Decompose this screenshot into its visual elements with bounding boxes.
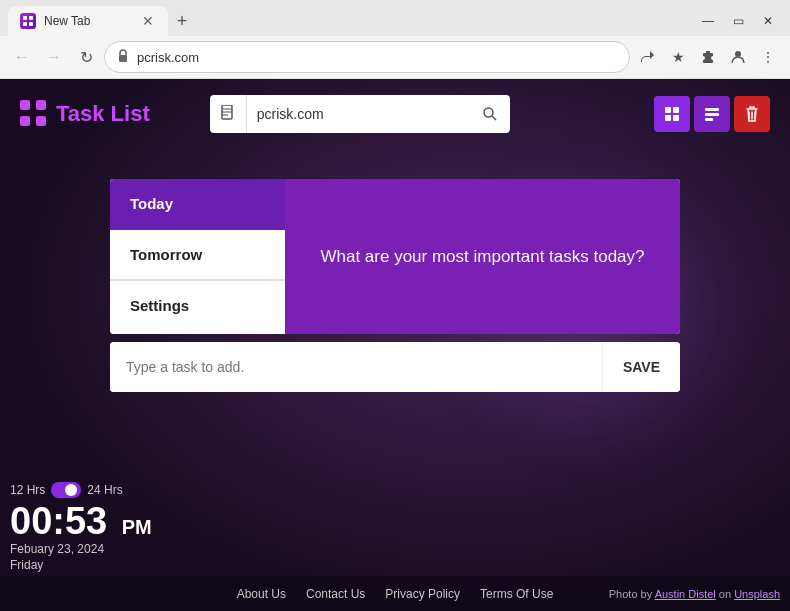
header-actions <box>654 96 770 132</box>
logo-dot-3 <box>20 116 30 126</box>
svg-rect-13 <box>705 108 719 111</box>
footer-link-contact[interactable]: Contact Us <box>306 587 365 601</box>
add-task-input[interactable] <box>110 342 602 392</box>
clock-toggle-switch[interactable] <box>51 482 81 498</box>
restore-button[interactable]: ▭ <box>724 7 752 35</box>
active-tab[interactable]: New Tab ✕ <box>8 6 168 36</box>
tab-close-button[interactable]: ✕ <box>140 13 156 29</box>
sidebar-item-today[interactable]: Today <box>110 179 285 230</box>
svg-rect-1 <box>29 16 33 20</box>
profile-button[interactable] <box>724 43 752 71</box>
sidebar-item-tomorrow[interactable]: Tomorrow <box>110 230 285 281</box>
clock-day: Friday <box>10 558 152 572</box>
clock-hours-minutes: 00:53 <box>10 500 107 542</box>
footer-photo-credit: Photo by Austin Distel on Unsplash <box>609 588 780 600</box>
photo-credit-text: Photo by <box>609 588 652 600</box>
footer-link-terms[interactable]: Terms Of Use <box>480 587 553 601</box>
task-prompt: What are your most important tasks today… <box>320 245 644 269</box>
toggle-thumb <box>65 484 77 496</box>
svg-rect-2 <box>23 22 27 26</box>
new-tab-button[interactable]: + <box>168 7 196 35</box>
address-lock-icon <box>117 49 129 66</box>
forward-button[interactable]: → <box>40 43 68 71</box>
back-button[interactable]: ← <box>8 43 36 71</box>
page-content: Task List <box>0 79 790 611</box>
svg-rect-14 <box>705 113 719 116</box>
platform-link[interactable]: Unsplash <box>734 588 780 600</box>
address-input[interactable] <box>137 50 617 65</box>
app-logo: Task List <box>20 100 150 128</box>
svg-rect-3 <box>29 22 33 26</box>
toggle-12hr-label: 12 Hrs <box>10 483 45 497</box>
toggle-24hr-label: 24 Hrs <box>87 483 122 497</box>
browser-chrome: New Tab ✕ + — ▭ ✕ ← → ↻ ★ <box>0 0 790 79</box>
task-sidebar: Today Tomorrow Settings <box>110 179 285 334</box>
close-button[interactable]: ✕ <box>754 7 782 35</box>
save-button[interactable]: SAVE <box>602 342 680 392</box>
clock-time: 00:53 PM <box>10 502 152 540</box>
search-input[interactable] <box>247 106 470 122</box>
footer-link-privacy[interactable]: Privacy Policy <box>385 587 460 601</box>
grid-view-button[interactable] <box>654 96 690 132</box>
clock-widget: 12 Hrs 24 Hrs 00:53 PM Febuary 23, 2024 … <box>10 482 152 572</box>
tab-bar: New Tab ✕ + — ▭ ✕ <box>0 0 790 36</box>
search-button[interactable] <box>470 106 510 122</box>
window-controls: — ▭ ✕ <box>694 7 782 35</box>
task-main-area: What are your most important tasks today… <box>285 179 680 334</box>
logo-dot-2 <box>36 100 46 110</box>
address-bar[interactable] <box>104 41 630 73</box>
clock-date: Febuary 23, 2024 <box>10 542 152 556</box>
svg-rect-11 <box>665 115 671 121</box>
layout-button[interactable] <box>694 96 730 132</box>
bookmark-button[interactable]: ★ <box>664 43 692 71</box>
delete-button[interactable] <box>734 96 770 132</box>
footer-link-about[interactable]: About Us <box>237 587 286 601</box>
page-footer: About Us Contact Us Privacy Policy Terms… <box>0 576 790 611</box>
logo-icon <box>20 100 48 128</box>
sidebar-item-settings[interactable]: Settings <box>110 281 285 330</box>
clock-toggle: 12 Hrs 24 Hrs <box>10 482 152 498</box>
search-doc-icon <box>210 95 247 133</box>
tab-favicon <box>20 13 36 29</box>
svg-rect-4 <box>119 55 127 62</box>
svg-rect-12 <box>673 115 679 121</box>
header-search[interactable] <box>210 95 510 133</box>
svg-point-5 <box>735 51 741 57</box>
logo-dot-1 <box>20 100 30 110</box>
svg-line-8 <box>492 116 496 120</box>
nav-bar: ← → ↻ ★ ⋮ <box>0 36 790 78</box>
logo-dot-4 <box>36 116 46 126</box>
app-title: Task List <box>56 101 150 127</box>
app-header: Task List <box>0 79 790 149</box>
share-button[interactable] <box>634 43 662 71</box>
add-task-bar[interactable]: SAVE <box>110 342 680 392</box>
svg-rect-15 <box>705 118 713 121</box>
task-card: Today Tomorrow Settings What are your mo… <box>110 179 680 334</box>
svg-rect-9 <box>665 107 671 113</box>
minimize-button[interactable]: — <box>694 7 722 35</box>
svg-point-7 <box>484 108 493 117</box>
svg-rect-0 <box>23 16 27 20</box>
tab-title: New Tab <box>44 14 90 28</box>
svg-rect-10 <box>673 107 679 113</box>
nav-actions: ★ ⋮ <box>634 43 782 71</box>
menu-button[interactable]: ⋮ <box>754 43 782 71</box>
clock-period: PM <box>122 516 152 538</box>
photographer-link[interactable]: Austin Distel <box>655 588 716 600</box>
on-text: on <box>719 588 731 600</box>
extensions-button[interactable] <box>694 43 722 71</box>
reload-button[interactable]: ↻ <box>72 43 100 71</box>
